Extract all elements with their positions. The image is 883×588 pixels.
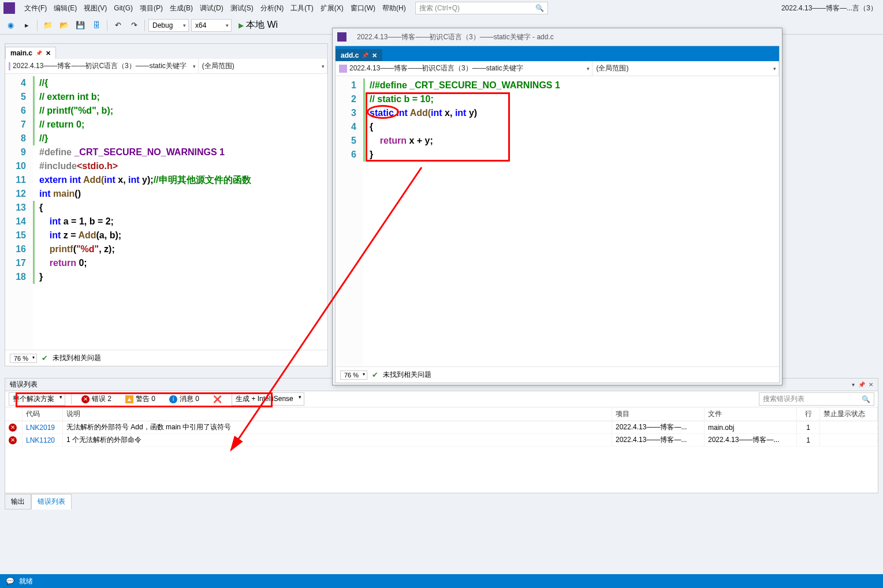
menu-edit[interactable]: 编辑(E) — [50, 1, 80, 16]
menu-build[interactable]: 生成(B) — [166, 1, 196, 16]
code-body[interactable]: //#define _CRT_SECURE_NO_WARNINGS 1 // s… — [363, 76, 779, 366]
col-file[interactable]: 文件 — [705, 407, 797, 421]
editor-nav-bar: 2022.4.13——博客——初识C语言（3）——static关键字 (全局范围… — [336, 61, 779, 76]
line-num: 17 — [10, 256, 26, 270]
warnings-filter-button[interactable]: ▲警告 0 — [121, 392, 159, 406]
error-file: 2022.4.13——博客—... — [705, 433, 797, 447]
close-icon[interactable]: ✕ — [372, 52, 377, 59]
floating-editor-window[interactable]: 2022.4.13——博客——初识C语言（3）——static关键字 - add… — [332, 28, 783, 385]
line-num: 16 — [10, 242, 26, 256]
close-icon[interactable]: ✕ — [46, 50, 51, 57]
global-search-input[interactable]: 搜索 (Ctrl+Q) 🔍 — [415, 2, 548, 14]
undo-button[interactable]: ↶ — [111, 18, 125, 32]
tab-add-c[interactable]: add.c 📌 ✕ — [336, 49, 382, 61]
code-area-main[interactable]: 4 5 6 7 8 9 10 11 12 13 14 15 16 17 18 /… — [5, 74, 327, 350]
build-filter-button[interactable]: ❌ — [209, 394, 226, 405]
code-text: int — [39, 189, 53, 199]
code-text: #define — [39, 147, 74, 157]
tab-output[interactable]: 输出 — [5, 494, 31, 510]
error-search-input[interactable]: 搜索错误列表 🔍 — [759, 392, 874, 406]
menu-git[interactable]: Git(G) — [110, 2, 136, 14]
separator — [71, 394, 72, 405]
menu-help[interactable]: 帮助(H) — [379, 1, 409, 16]
config-dropdown[interactable]: Debug — [148, 19, 189, 32]
col-desc[interactable]: 说明 — [63, 407, 612, 421]
feedback-icon[interactable]: 💬 — [6, 577, 14, 585]
tab-main-c[interactable]: main.c 📌 ✕ — [5, 47, 56, 59]
error-table-header[interactable]: 代码 说明 项目 文件 行 禁止显示状态 — [5, 407, 878, 421]
menu-tools[interactable]: 工具(T) — [287, 1, 316, 16]
floating-window-titlebar[interactable]: 2022.4.13——博客——初识C语言（3）——static关键字 - add… — [333, 28, 782, 46]
col-supp[interactable]: 禁止显示状态 — [820, 407, 878, 421]
open-button[interactable]: 📂 — [57, 18, 71, 32]
menu-window[interactable]: 窗口(W) — [347, 1, 379, 16]
errors-filter-button[interactable]: ✕错误 2 — [77, 392, 116, 406]
code-text: } — [39, 272, 43, 282]
code-text: // static b = 10; — [370, 94, 434, 104]
line-num: 7 — [10, 118, 26, 132]
code-text: x + y; — [409, 136, 433, 145]
col-proj[interactable]: 项目 — [612, 407, 705, 421]
project-scope-dropdown[interactable]: 2022.4.13——博客——初识C语言（3）——static关键字 — [5, 59, 199, 73]
code-area-float[interactable]: 1 2 3 4 5 6 //#define _CRT_SECURE_NO_WAR… — [336, 76, 779, 366]
code-body[interactable]: //{ // extern int b; // printf("%d", b);… — [33, 74, 327, 350]
scope-dropdown[interactable]: (全局范围) — [593, 61, 779, 76]
tab-error-list[interactable]: 错误列表 — [31, 494, 72, 510]
line-num: 9 — [10, 145, 26, 159]
line-num: 15 — [10, 229, 26, 242]
menu-project[interactable]: 项目(P) — [136, 1, 166, 16]
line-num: 13 — [10, 201, 26, 215]
float-editor-pane: add.c 📌 ✕ 2022.4.13——博客——初识C语言（3）——stati… — [335, 46, 780, 383]
menu-analyze[interactable]: 分析(N) — [257, 1, 288, 16]
error-proj: 2022.4.13——博客—... — [612, 421, 705, 434]
menu-view[interactable]: 视图(V) — [80, 1, 110, 16]
nav-back-button[interactable]: ◉ — [3, 18, 17, 32]
error-row[interactable]: ✕ LNK1120 1 个无法解析的外部命令 2022.4.13——博客—...… — [5, 434, 878, 447]
new-project-button[interactable]: 📁 — [41, 18, 55, 32]
pin-icon[interactable]: 📌 — [36, 50, 42, 56]
error-row[interactable]: ✕ LNK2019 无法解析的外部符号 Add，函数 main 中引用了该符号 … — [5, 421, 878, 434]
code-text: #include — [39, 161, 77, 171]
code-text: int — [104, 175, 118, 185]
menu-debug[interactable]: 调试(D) — [196, 1, 227, 16]
line-num: 6 — [10, 104, 26, 118]
code-text: "%d" — [76, 244, 99, 254]
save-button[interactable]: 💾 — [73, 18, 87, 32]
code-text: return — [370, 136, 409, 145]
build-source-dropdown[interactable]: 生成 + IntelliSense — [232, 392, 304, 406]
col-line[interactable]: 行 — [797, 407, 820, 421]
main-editor-pane: main.c 📌 ✕ 2022.4.13——博客——初识C语言（3）——stat… — [5, 43, 328, 366]
project-scope-dropdown[interactable]: 2022.4.13——博客——初识C语言（3）——static关键字 — [336, 61, 593, 76]
menu-test[interactable]: 测试(S) — [227, 1, 257, 16]
menu-extensions[interactable]: 扩展(X) — [317, 1, 347, 16]
line-num: 18 — [10, 270, 26, 284]
col-code[interactable]: 代码 — [23, 407, 63, 421]
tab-strip: main.c 📌 ✕ — [5, 44, 327, 59]
menu-file[interactable]: 文件(F) — [21, 1, 50, 16]
code-text: // return 0; — [39, 119, 84, 129]
dropdown-icon[interactable]: ▾ — [852, 381, 855, 388]
code-text: return — [50, 258, 79, 268]
code-text: //} — [39, 133, 48, 143]
code-text: Add( — [410, 108, 431, 118]
close-icon[interactable]: ✕ — [869, 381, 873, 388]
col-icon — [5, 407, 23, 421]
pin-icon[interactable]: 📌 — [362, 53, 368, 58]
scope-dropdown[interactable]: (全局范围) — [199, 59, 327, 73]
code-text: //#define — [370, 80, 409, 90]
start-debugging-button[interactable]: ▶ 本地 Wi — [234, 18, 282, 32]
scope-filter-dropdown[interactable]: 整个解决方案 — [9, 392, 65, 406]
line-num: 14 — [10, 215, 26, 229]
tab-label: add.c — [341, 51, 359, 59]
platform-dropdown[interactable]: x64 — [191, 19, 232, 32]
pin-icon[interactable]: 📌 — [858, 381, 865, 388]
messages-filter-button[interactable]: i消息 0 — [165, 392, 203, 406]
separator — [107, 20, 107, 31]
nav-fwd-button[interactable]: ▸ — [20, 18, 33, 32]
vs-logo-icon — [3, 2, 15, 14]
error-line: 1 — [797, 435, 820, 446]
redo-button[interactable]: ↷ — [127, 18, 141, 32]
zoom-dropdown[interactable]: 76 % — [340, 370, 367, 380]
save-all-button[interactable]: 🗄 — [90, 18, 103, 32]
zoom-dropdown[interactable]: 76 % — [10, 354, 37, 363]
